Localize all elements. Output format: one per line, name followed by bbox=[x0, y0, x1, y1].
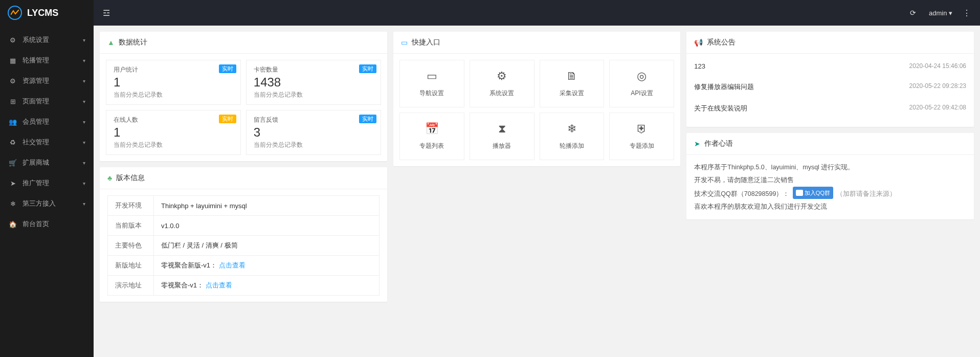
sidebar-item-label: 社交管理 bbox=[23, 138, 83, 147]
sidebar-item-resource[interactable]: ⚙ 资源管理 ▾ bbox=[0, 71, 94, 91]
ver-val: v1.0.0 bbox=[154, 216, 380, 236]
sidebar-item-system[interactable]: ⚙ 系统设置 ▾ bbox=[0, 30, 94, 50]
quick-topic-list[interactable]: 📅 专题列表 bbox=[399, 113, 464, 160]
ver-val-prefix: 零视聚合新版-v1： bbox=[161, 261, 217, 269]
fire-icon: ♣ bbox=[107, 174, 112, 182]
table-row: 开发环境 Thinkphp + layuimini + mysql bbox=[108, 196, 380, 216]
card-title: 系统公告 bbox=[707, 38, 736, 47]
target-icon: ◎ bbox=[637, 70, 647, 83]
sidebar-item-thirdparty[interactable]: ❄ 第三方接入 ▾ bbox=[0, 193, 94, 214]
quick-topic-add[interactable]: ⛨ 专题添加 bbox=[609, 113, 674, 160]
sidebar-item-promote[interactable]: ➤ 推广管理 ▾ bbox=[0, 173, 94, 193]
card-title: 快捷入口 bbox=[412, 38, 440, 47]
send-icon: ➤ bbox=[694, 140, 700, 148]
quick-player[interactable]: ⧗ 播放器 bbox=[470, 113, 534, 160]
announcement-title: 123 bbox=[694, 62, 705, 70]
more-menu-icon[interactable]: ⋮ bbox=[963, 8, 971, 18]
stat-sub: 当前分类总记录数 bbox=[114, 141, 233, 149]
warning-icon: ▲ bbox=[107, 38, 115, 47]
announcement-time: 2020-05-22 09:42:08 bbox=[909, 104, 966, 113]
announcement-time: 2020-04-24 15:46:06 bbox=[909, 62, 966, 70]
ver-key: 新版地址 bbox=[108, 256, 154, 276]
sidebar-item-social[interactable]: ♻ 社交管理 ▾ bbox=[0, 132, 94, 152]
table-row: 演示地址 零视聚合-v1：点击查看 bbox=[108, 276, 380, 296]
quick-system-settings[interactable]: ⚙ 系统设置 bbox=[470, 60, 534, 107]
gears-icon: ⚙ bbox=[497, 70, 507, 83]
quick-label: 轮播添加 bbox=[560, 142, 584, 150]
sidebar-item-label: 会员管理 bbox=[23, 117, 83, 126]
ver-key: 当前版本 bbox=[108, 216, 154, 236]
refresh-button[interactable]: ⟳ bbox=[910, 9, 916, 17]
author-text: （加群请备注来源） bbox=[836, 190, 896, 197]
stat-value: 1438 bbox=[254, 75, 373, 90]
chevron-down-icon: ▾ bbox=[83, 140, 85, 145]
stat-sub: 当前分类总记录数 bbox=[254, 91, 373, 99]
sidebar-item-frontend[interactable]: 🏠 前台首页 bbox=[0, 214, 94, 234]
send-icon: ➤ bbox=[8, 180, 17, 187]
announcement-card: 📢 系统公告 123 2020-04-24 15:46:06 修复播放器编辑问题… bbox=[686, 32, 974, 127]
stats-card: ▲ 数据统计 用户统计 1 当前分类总记录数 实时 卡密数量 1438 bbox=[100, 32, 387, 161]
sidebar-item-store[interactable]: 🛒 扩展商城 ▾ bbox=[0, 152, 94, 173]
stat-label: 用户统计 bbox=[114, 65, 233, 74]
qq-group-button[interactable]: 加入QQ群 bbox=[793, 187, 833, 199]
file-icon: 🗎 bbox=[566, 70, 577, 83]
sidebar-item-carousel[interactable]: ▦ 轮播管理 ▾ bbox=[0, 50, 94, 71]
user-menu[interactable]: admin ▾ bbox=[929, 9, 952, 17]
announcement-item[interactable]: 修复播放器编辑问题 2020-05-22 09:28:23 bbox=[694, 76, 966, 98]
author-card: ➤ 作者心语 本程序基于Thinkphp.5.0、layuimini、mysql… bbox=[686, 133, 974, 219]
ver-link[interactable]: 点击查看 bbox=[219, 261, 246, 269]
sidebar-toggle-icon[interactable]: ☲ bbox=[103, 8, 110, 18]
quick-label: 专题添加 bbox=[630, 142, 654, 150]
stat-value: 1 bbox=[114, 125, 233, 140]
chevron-down-icon: ▾ bbox=[83, 58, 85, 63]
announcement-title: 修复播放器编辑问题 bbox=[694, 82, 754, 92]
ver-val: 低门栏 / 灵活 / 清爽 / 极简 bbox=[154, 236, 380, 256]
author-line: 本程序基于Thinkphp.5.0、layuimini、mysql 进行实现。 bbox=[694, 161, 966, 174]
sidebar-item-label: 前台首页 bbox=[23, 219, 85, 229]
card-title: 数据统计 bbox=[119, 38, 147, 47]
sidebar-item-page[interactable]: ⊞ 页面管理 ▾ bbox=[0, 91, 94, 111]
gears-icon: ⚙ bbox=[8, 77, 17, 85]
sidebar-item-label: 第三方接入 bbox=[23, 199, 83, 208]
author-line: 技术交流QQ群（708298599）： 加入QQ群 （加群请备注来源） bbox=[694, 187, 966, 200]
quick-api-settings[interactable]: ◎ API设置 bbox=[609, 60, 674, 107]
sidebar: LYCMS ⚙ 系统设置 ▾ ▦ 轮播管理 ▾ ⚙ 资源管理 ▾ ⊞ 页面管理 … bbox=[0, 0, 94, 357]
stat-label: 卡密数量 bbox=[254, 65, 373, 74]
snowflake-icon: ❄ bbox=[8, 200, 17, 208]
quick-collect-settings[interactable]: 🗎 采集设置 bbox=[540, 60, 605, 107]
sidebar-item-label: 扩展商城 bbox=[23, 158, 83, 167]
announcement-time: 2020-05-22 09:28:23 bbox=[909, 82, 966, 92]
calendar-icon: 📅 bbox=[425, 122, 439, 136]
author-line: 喜欢本程序的朋友欢迎加入我们进行开发交流 bbox=[694, 200, 966, 213]
stat-badge: 实时 bbox=[359, 64, 376, 73]
announcement-item[interactable]: 关于在线安装说明 2020-05-22 09:42:08 bbox=[694, 98, 966, 119]
stat-card-count: 卡密数量 1438 当前分类总记录数 实时 bbox=[246, 60, 381, 105]
brand-logo[interactable]: LYCMS bbox=[0, 0, 94, 26]
cart-icon: 🛒 bbox=[8, 159, 17, 167]
stat-value: 3 bbox=[254, 125, 373, 140]
quick-nav-settings[interactable]: ▭ 导航设置 bbox=[399, 60, 464, 107]
sidebar-item-member[interactable]: 👥 会员管理 ▾ bbox=[0, 111, 94, 132]
card-title: 版本信息 bbox=[116, 173, 145, 183]
sidebar-item-label: 推广管理 bbox=[23, 178, 83, 188]
version-table: 开发环境 Thinkphp + layuimini + mysql 当前版本 v… bbox=[107, 195, 380, 296]
quick-carousel-add[interactable]: ❄ 轮播添加 bbox=[540, 113, 605, 160]
announcement-item[interactable]: 123 2020-04-24 15:46:06 bbox=[694, 56, 966, 76]
author-line: 开发不易，请勿随意泛滥二次销售 bbox=[694, 174, 966, 187]
brand-logo-icon bbox=[8, 6, 22, 20]
version-card: ♣ 版本信息 开发环境 Thinkphp + layuimini + mysql… bbox=[100, 167, 387, 302]
sidebar-item-label: 页面管理 bbox=[23, 97, 83, 106]
quick-entry-card: ▭ 快捷入口 ▭ 导航设置 ⚙ 系统设置 🗎 bbox=[393, 32, 681, 166]
quick-label: 播放器 bbox=[493, 142, 511, 150]
quick-label: 专题列表 bbox=[419, 142, 444, 150]
ver-link[interactable]: 点击查看 bbox=[206, 281, 232, 289]
stat-user-count: 用户统计 1 当前分类总记录数 实时 bbox=[106, 60, 241, 105]
chevron-down-icon: ▾ bbox=[83, 201, 85, 207]
recycle-icon: ♻ bbox=[8, 139, 17, 146]
window-icon: ▭ bbox=[427, 70, 437, 83]
stat-badge: 实时 bbox=[219, 64, 236, 73]
qq-icon bbox=[796, 190, 803, 196]
home-icon: 🏠 bbox=[8, 220, 17, 228]
topbar: ☲ ⟳ admin ▾ ⋮ bbox=[94, 0, 980, 26]
stat-online-count: 在线人数 1 当前分类总记录数 实时 bbox=[106, 110, 241, 155]
